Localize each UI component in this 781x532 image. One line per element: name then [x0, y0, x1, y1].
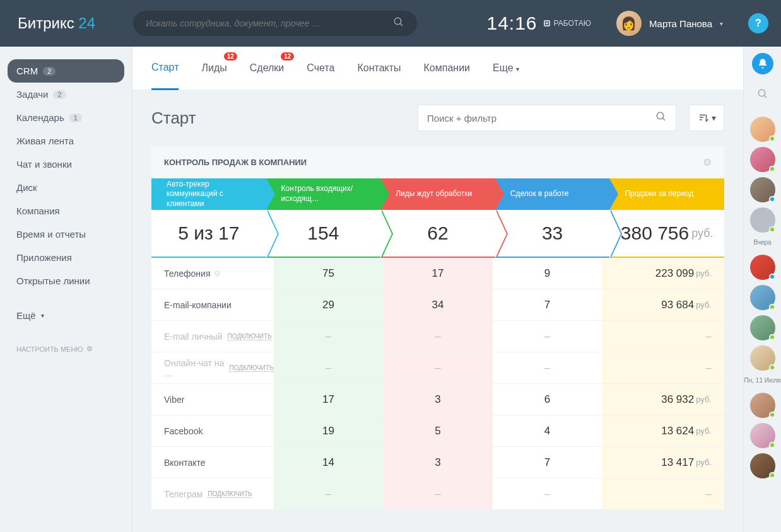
global-search-input[interactable] [146, 18, 393, 28]
funnel-value-cell: 380 756руб. [609, 210, 724, 258]
cell-sales: – [602, 352, 724, 383]
clock-widget[interactable]: 14:16 РАБОТАЮ [486, 13, 590, 34]
cell-control: 29 [274, 289, 384, 320]
tab-label: Счета [307, 62, 334, 73]
tab-4[interactable]: Контакты [357, 47, 401, 89]
sidebar-item-9[interactable]: Открытые линии [8, 269, 124, 292]
svg-line-3 [662, 118, 665, 120]
status-dot [769, 304, 775, 310]
status-dot [769, 472, 775, 478]
svg-point-0 [394, 18, 401, 25]
app-logo[interactable]: Битрикс 24 [18, 14, 95, 32]
sidebar-item-1[interactable]: Задачи2 [8, 83, 124, 106]
funnel-value: 5 из 17 [178, 223, 239, 244]
sidebar-item-label: Приложения [16, 252, 72, 263]
tab-label: Сделки [250, 62, 285, 73]
status-dot [769, 364, 775, 371]
sidebar-item-4[interactable]: Чат и звонки [8, 153, 124, 176]
tab-label: Лиды [201, 62, 226, 73]
contact-avatar[interactable] [750, 285, 775, 310]
table-row: Телефония⚙75179223 099руб. [151, 258, 724, 289]
tab-5[interactable]: Компании [424, 47, 471, 89]
tab-6[interactable]: Еще ▾ [493, 47, 519, 89]
cell-control: – [274, 352, 384, 383]
rail-date-label: Вчера [753, 239, 771, 246]
sort-button[interactable]: ▾ [689, 105, 724, 131]
app-header: Битрикс 24 14:16 РАБОТАЮ 👩 Марта Панова … [0, 0, 781, 47]
svg-point-2 [657, 112, 664, 119]
connect-link[interactable]: ПОДКЛЮЧИТЬ [229, 364, 273, 372]
contact-avatar[interactable] [750, 147, 775, 172]
contact-avatar[interactable] [750, 117, 775, 142]
connect-link[interactable]: ПОДКЛЮЧИТЬ [227, 333, 271, 340]
status-dot [769, 442, 775, 448]
table-row: Facebook195413 624руб. [151, 415, 724, 447]
notifications-button[interactable] [752, 53, 773, 74]
contact-avatar[interactable] [750, 393, 775, 418]
table-row: Онлайн-чат на …ПОДКЛЮЧИТЬ–––– [151, 352, 724, 384]
row-label-cell: E-mail-компании [151, 289, 274, 320]
gear-icon[interactable]: ⚙ [703, 156, 712, 168]
sidebar-item-0[interactable]: CRM2 [8, 59, 124, 83]
search-icon[interactable] [393, 16, 404, 30]
rail-date-label: Пн, 11 Июля [744, 377, 781, 384]
sidebar-item-7[interactable]: Время и отчеты [8, 223, 124, 246]
sidebar-settings-label: НАСТРОИТЬ МЕНЮ [16, 345, 83, 353]
currency-unit: руб. [696, 300, 712, 309]
sidebar: CRM2Задачи2Календарь1Живая лентаЧат и зв… [0, 47, 132, 532]
cell-sales: – [602, 478, 724, 509]
cell-sales: 13 417руб. [602, 447, 724, 478]
tab-1[interactable]: Лиды12 [201, 47, 226, 89]
chevron-down-icon: ▾ [41, 312, 44, 319]
global-search[interactable] [133, 11, 417, 36]
contact-avatar[interactable] [750, 453, 775, 478]
contact-avatar[interactable] [750, 177, 775, 202]
tab-2[interactable]: Сделки12 [250, 47, 285, 89]
search-icon[interactable] [655, 111, 667, 125]
funnel-stage-1[interactable]: Контроль входящих/исходящ…154 [266, 178, 381, 258]
row-label: Онлайн-чат на … [164, 358, 224, 378]
sidebar-item-label: Открытые линии [16, 275, 90, 286]
funnel-stage-2[interactable]: Лиды ждут обработки62 [380, 178, 495, 258]
filter-box[interactable] [418, 105, 676, 131]
sidebar-badge: 1 [69, 113, 82, 122]
funnel-head: Продажи за период [609, 178, 724, 210]
sales-value: 36 932 [661, 393, 694, 406]
sidebar-item-3[interactable]: Живая лента [8, 129, 124, 153]
currency-unit: руб. [696, 395, 712, 404]
contact-avatar[interactable] [750, 423, 775, 448]
tab-label: Еще [493, 62, 514, 73]
filter-input[interactable] [427, 113, 655, 124]
tab-3[interactable]: Счета [307, 47, 334, 89]
tab-badge: 12 [281, 52, 294, 61]
user-menu[interactable]: 👩 Марта Панова ▾ [616, 11, 723, 36]
logo-suffix: 24 [78, 14, 95, 32]
cell-control: – [274, 321, 384, 352]
cell-sales: – [602, 321, 724, 352]
contact-avatar[interactable] [750, 255, 775, 280]
sidebar-item-label: Чат и звонки [16, 159, 72, 170]
contact-avatar[interactable] [750, 345, 775, 371]
sidebar-item-6[interactable]: Компания [8, 199, 124, 223]
sidebar-more-label: Ещё [16, 310, 36, 321]
sidebar-item-label: Компания [16, 205, 60, 216]
tab-0[interactable]: Старт [151, 47, 179, 90]
contact-avatar[interactable] [750, 207, 775, 233]
sidebar-item-8[interactable]: Приложения [8, 246, 124, 269]
sidebar-settings[interactable]: НАСТРОИТЬ МЕНЮ ⚙ [8, 338, 124, 359]
help-button[interactable]: ? [748, 13, 768, 33]
connect-link[interactable]: ПОДКЛЮЧИТЬ [208, 490, 252, 498]
widget-header: КОНТРОЛЬ ПРОДАЖ В КОМПАНИИ ⚙ [151, 146, 724, 178]
gear-icon[interactable]: ⚙ [214, 269, 221, 278]
sidebar-badge: 2 [53, 90, 66, 99]
sidebar-item-label: Время и отчеты [16, 229, 86, 240]
funnel-stage-3[interactable]: Сделок в работе33 [495, 178, 610, 258]
sidebar-more[interactable]: Ещё ▾ [8, 304, 124, 327]
sidebar-item-5[interactable]: Диск [8, 176, 124, 199]
sidebar-item-2[interactable]: Календарь1 [8, 106, 124, 129]
contact-avatar[interactable] [750, 315, 775, 340]
rail-search-icon[interactable] [757, 88, 768, 103]
funnel-stage-0[interactable]: Авто-трекер коммуникаций с клиентами5 из… [151, 178, 266, 258]
funnel-stage-4[interactable]: Продажи за период380 756руб. [609, 178, 724, 258]
row-label: Телеграм [164, 489, 203, 499]
